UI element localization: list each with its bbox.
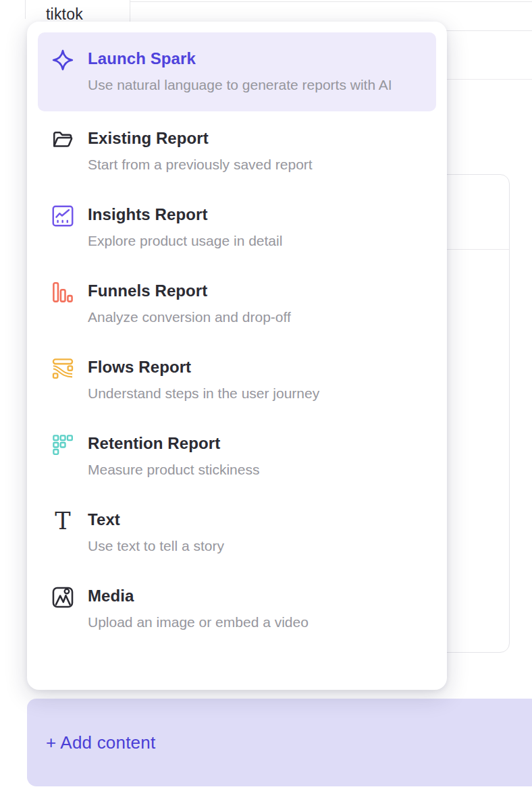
- folder-open-icon: [51, 128, 74, 151]
- menu-item-label: Insights Report: [88, 205, 423, 224]
- text-icon: T: [51, 510, 74, 533]
- menu-item-description: Use text to tell a story: [88, 535, 419, 557]
- menu-item-insights-report[interactable]: Insights Report Explore product usage in…: [38, 190, 436, 267]
- background-card-title: tiktok: [46, 5, 83, 24]
- menu-item-description: Explore product usage in detail: [88, 230, 419, 252]
- menu-item-funnels-report[interactable]: Funnels Report Analyze conversion and dr…: [38, 267, 436, 343]
- menu-item-description: Start from a previously saved report: [88, 154, 419, 176]
- menu-item-media[interactable]: Media Upload an image or embed a video: [38, 572, 436, 648]
- menu-item-label: Launch Spark: [88, 49, 423, 68]
- media-image-icon: [51, 586, 74, 609]
- menu-item-label: Flows Report: [88, 358, 423, 377]
- menu-item-launch-spark[interactable]: Launch Spark Use natural language to gen…: [38, 32, 436, 111]
- menu-item-description: Use natural language to generate reports…: [88, 74, 419, 96]
- menu-item-label: Funnels Report: [88, 281, 423, 300]
- add-content-menu: Launch Spark Use natural language to gen…: [27, 22, 447, 690]
- menu-item-description: Analyze conversion and drop-off: [88, 306, 419, 328]
- menu-item-description: Upload an image or embed a video: [88, 612, 419, 633]
- menu-item-label: Media: [88, 587, 423, 605]
- retention-grid-icon: [51, 433, 74, 456]
- menu-item-existing-report[interactable]: Existing Report Start from a previously …: [38, 114, 436, 190]
- flows-icon: [51, 357, 74, 380]
- menu-item-retention-report[interactable]: Retention Report Measure product stickin…: [38, 419, 436, 495]
- menu-item-label: Existing Report: [88, 129, 423, 148]
- menu-item-description: Measure product stickiness: [88, 459, 419, 481]
- background-card-left-border: [25, 0, 26, 19]
- menu-item-text[interactable]: T Text Use text to tell a story: [38, 495, 436, 572]
- menu-item-label: Retention Report: [88, 434, 423, 453]
- funnel-bars-icon: [51, 281, 74, 304]
- background-row-divider-top: [130, 1, 532, 2]
- sparkle-icon: [51, 49, 74, 72]
- menu-item-label: Text: [88, 510, 423, 529]
- menu-item-description: Understand steps in the user journey: [88, 383, 419, 404]
- add-content-button[interactable]: + Add content: [27, 699, 532, 786]
- insights-chart-icon: [51, 205, 74, 227]
- add-content-label: + Add content: [46, 732, 155, 753]
- menu-item-flows-report[interactable]: Flows Report Understand steps in the use…: [38, 343, 436, 419]
